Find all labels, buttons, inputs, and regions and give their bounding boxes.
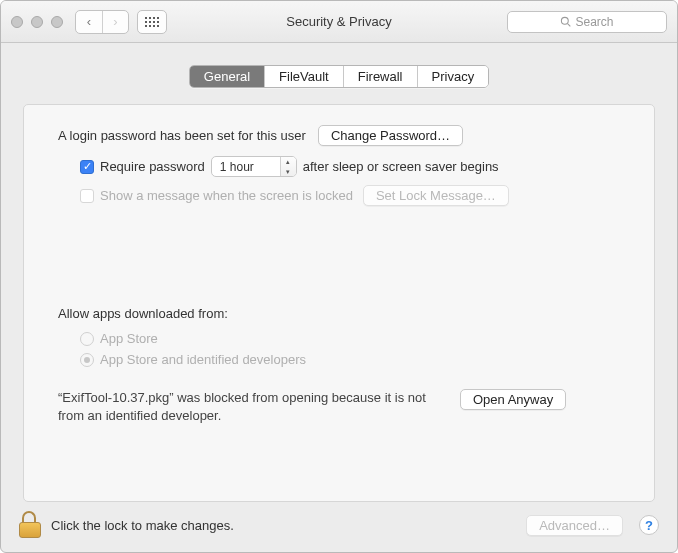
radio-identified-label: App Store and identified developers (100, 352, 306, 367)
blocked-app-text: “ExifTool-10.37.pkg” was blocked from op… (58, 389, 448, 424)
search-placeholder: Search (575, 15, 613, 29)
show-lock-message-checkbox[interactable] (80, 189, 94, 203)
tab-bar: General FileVault Firewall Privacy (189, 65, 489, 88)
radio-appstore (80, 332, 94, 346)
show-all-button[interactable] (137, 10, 167, 34)
gatekeeper-option-appstore-row: App Store (80, 331, 624, 346)
require-password-checkbox[interactable] (80, 160, 94, 174)
grid-icon (145, 17, 159, 27)
gatekeeper-option-identified-row: App Store and identified developers (80, 352, 624, 367)
forward-button[interactable]: › (102, 11, 128, 33)
lock-hint-text: Click the lock to make changes. (51, 518, 234, 533)
login-password-text: A login password has been set for this u… (58, 128, 306, 143)
help-button[interactable]: ? (639, 515, 659, 535)
require-password-delay-select[interactable]: 1 hour ▴▾ (211, 156, 297, 177)
tab-firewall[interactable]: Firewall (343, 66, 417, 87)
nav-buttons: ‹ › (75, 10, 129, 34)
general-panel: A login password has been set for this u… (23, 104, 655, 502)
require-password-suffix: after sleep or screen saver begins (303, 159, 499, 174)
back-button[interactable]: ‹ (76, 11, 102, 33)
chevron-stepper-icon: ▴▾ (280, 157, 296, 176)
gatekeeper-section: Allow apps downloaded from: App Store Ap… (54, 306, 624, 424)
titlebar: ‹ › Security & Privacy Search (1, 1, 677, 43)
tab-filevault[interactable]: FileVault (264, 66, 343, 87)
window-controls (11, 16, 63, 28)
close-window-button[interactable] (11, 16, 23, 28)
allow-apps-label: Allow apps downloaded from: (58, 306, 624, 321)
radio-identified-developers (80, 353, 94, 367)
search-input[interactable]: Search (507, 11, 667, 33)
advanced-button[interactable]: Advanced… (526, 515, 623, 536)
content-area: General FileVault Firewall Privacy A log… (1, 43, 677, 552)
search-icon (560, 16, 571, 27)
open-anyway-button[interactable]: Open Anyway (460, 389, 566, 410)
minimize-window-button[interactable] (31, 16, 43, 28)
require-password-label: Require password (100, 159, 205, 174)
lock-message-row: Show a message when the screen is locked… (80, 185, 624, 206)
change-password-button[interactable]: Change Password… (318, 125, 463, 146)
show-lock-message-label: Show a message when the screen is locked (100, 188, 353, 203)
blocked-app-row: “ExifTool-10.37.pkg” was blocked from op… (58, 389, 624, 424)
footer: Click the lock to make changes. Advanced… (1, 502, 677, 552)
require-password-row: Require password 1 hour ▴▾ after sleep o… (80, 156, 624, 177)
svg-point-0 (562, 17, 569, 24)
radio-appstore-label: App Store (100, 331, 158, 346)
set-lock-message-button: Set Lock Message… (363, 185, 509, 206)
tab-privacy[interactable]: Privacy (417, 66, 489, 87)
lock-icon[interactable] (19, 512, 41, 538)
require-password-delay-value: 1 hour (220, 160, 272, 174)
tab-general[interactable]: General (190, 66, 264, 87)
preferences-window: ‹ › Security & Privacy Search General Fi… (0, 0, 678, 553)
svg-line-1 (568, 24, 571, 27)
login-password-row: A login password has been set for this u… (58, 125, 624, 146)
zoom-window-button[interactable] (51, 16, 63, 28)
